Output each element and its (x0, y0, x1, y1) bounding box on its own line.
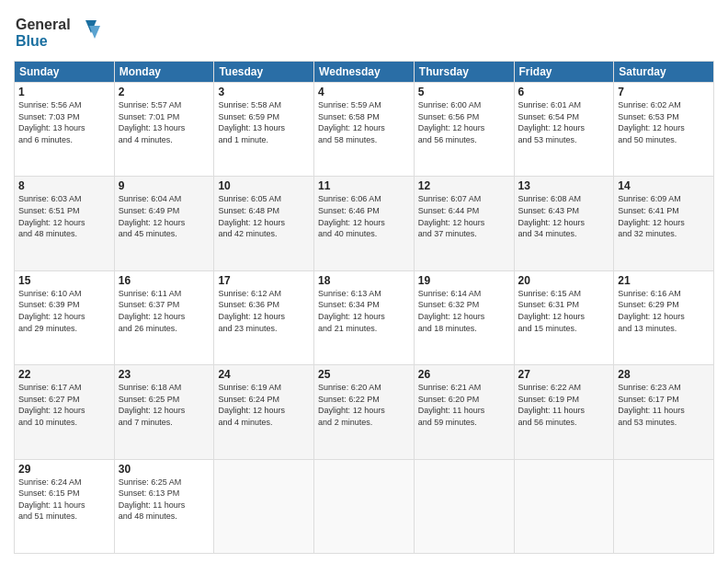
calendar-cell: 14Sunrise: 6:09 AM Sunset: 6:41 PM Dayli… (614, 177, 714, 270)
calendar-cell (414, 459, 514, 553)
day-info: Sunrise: 6:15 AM Sunset: 6:31 PM Dayligh… (518, 288, 610, 334)
day-info: Sunrise: 6:06 AM Sunset: 6:46 PM Dayligh… (318, 193, 410, 239)
day-number: 25 (318, 368, 410, 381)
day-number: 6 (518, 86, 610, 98)
day-info: Sunrise: 6:13 AM Sunset: 6:34 PM Dayligh… (318, 288, 410, 334)
day-number: 27 (518, 368, 610, 381)
header-row: Sunday Monday Tuesday Wednesday Thursday… (15, 62, 714, 83)
day-number: 13 (518, 179, 610, 192)
week-row-1: 1Sunrise: 5:56 AM Sunset: 7:03 PM Daylig… (15, 83, 714, 177)
calendar-cell (214, 459, 314, 553)
calendar-cell: 23Sunrise: 6:18 AM Sunset: 6:25 PM Dayli… (114, 365, 214, 459)
calendar-cell: 25Sunrise: 6:20 AM Sunset: 6:22 PM Dayli… (314, 365, 415, 459)
calendar-cell: 11Sunrise: 6:06 AM Sunset: 6:46 PM Dayli… (314, 177, 415, 270)
day-info: Sunrise: 6:04 AM Sunset: 6:49 PM Dayligh… (119, 193, 210, 239)
calendar-cell (614, 459, 714, 553)
day-number: 3 (218, 86, 310, 98)
week-row-4: 22Sunrise: 6:17 AM Sunset: 6:27 PM Dayli… (15, 365, 714, 459)
day-info: Sunrise: 6:07 AM Sunset: 6:44 PM Dayligh… (418, 193, 510, 239)
day-number: 8 (18, 179, 110, 192)
calendar-cell: 13Sunrise: 6:08 AM Sunset: 6:43 PM Dayli… (514, 177, 614, 270)
day-number: 28 (618, 368, 710, 381)
calendar-cell: 21Sunrise: 6:16 AM Sunset: 6:29 PM Dayli… (614, 270, 714, 364)
calendar-cell: 26Sunrise: 6:21 AM Sunset: 6:20 PM Dayli… (414, 365, 514, 459)
day-number: 20 (518, 274, 610, 287)
header: General Blue (14, 9, 714, 55)
day-info: Sunrise: 6:23 AM Sunset: 6:17 PM Dayligh… (618, 382, 710, 428)
week-row-3: 15Sunrise: 6:10 AM Sunset: 6:39 PM Dayli… (15, 270, 714, 364)
day-number: 29 (18, 463, 110, 476)
day-info: Sunrise: 6:03 AM Sunset: 6:51 PM Dayligh… (18, 193, 110, 239)
calendar-cell (514, 459, 614, 553)
day-number: 10 (218, 179, 310, 192)
col-saturday: Saturday (614, 62, 714, 83)
calendar-cell: 29Sunrise: 6:24 AM Sunset: 6:15 PM Dayli… (15, 459, 115, 553)
day-number: 30 (119, 463, 210, 476)
day-info: Sunrise: 6:19 AM Sunset: 6:24 PM Dayligh… (218, 382, 310, 428)
calendar-cell: 22Sunrise: 6:17 AM Sunset: 6:27 PM Dayli… (15, 365, 115, 459)
day-number: 9 (119, 179, 210, 192)
calendar-cell: 9Sunrise: 6:04 AM Sunset: 6:49 PM Daylig… (114, 177, 214, 270)
day-number: 24 (218, 368, 310, 381)
day-number: 22 (18, 368, 110, 381)
calendar-cell: 10Sunrise: 6:05 AM Sunset: 6:48 PM Dayli… (214, 177, 314, 270)
calendar-cell: 7Sunrise: 6:02 AM Sunset: 6:53 PM Daylig… (614, 83, 714, 177)
day-info: Sunrise: 6:20 AM Sunset: 6:22 PM Dayligh… (318, 382, 410, 428)
day-number: 12 (418, 179, 510, 192)
day-info: Sunrise: 6:22 AM Sunset: 6:19 PM Dayligh… (518, 382, 610, 428)
col-wednesday: Wednesday (314, 62, 415, 83)
svg-text:General: General (16, 17, 71, 32)
calendar-cell: 6Sunrise: 6:01 AM Sunset: 6:54 PM Daylig… (514, 83, 614, 177)
calendar-cell: 17Sunrise: 6:12 AM Sunset: 6:36 PM Dayli… (214, 270, 314, 364)
day-info: Sunrise: 6:08 AM Sunset: 6:43 PM Dayligh… (518, 193, 610, 239)
day-number: 11 (318, 179, 410, 192)
day-info: Sunrise: 6:21 AM Sunset: 6:20 PM Dayligh… (418, 382, 510, 428)
calendar-cell: 19Sunrise: 6:14 AM Sunset: 6:32 PM Dayli… (414, 270, 514, 364)
col-tuesday: Tuesday (214, 62, 314, 83)
day-info: Sunrise: 5:58 AM Sunset: 6:59 PM Dayligh… (218, 99, 310, 145)
day-info: Sunrise: 6:11 AM Sunset: 6:37 PM Dayligh… (119, 288, 210, 334)
day-info: Sunrise: 6:05 AM Sunset: 6:48 PM Dayligh… (218, 193, 310, 239)
day-number: 5 (418, 86, 510, 98)
day-number: 2 (119, 86, 210, 98)
day-info: Sunrise: 6:09 AM Sunset: 6:41 PM Dayligh… (618, 193, 710, 239)
day-number: 17 (218, 274, 310, 287)
day-info: Sunrise: 6:00 AM Sunset: 6:56 PM Dayligh… (418, 99, 510, 145)
day-info: Sunrise: 6:16 AM Sunset: 6:29 PM Dayligh… (618, 288, 710, 334)
col-thursday: Thursday (414, 62, 514, 83)
day-info: Sunrise: 6:24 AM Sunset: 6:15 PM Dayligh… (18, 477, 110, 523)
calendar-cell (314, 459, 415, 553)
day-info: Sunrise: 5:56 AM Sunset: 7:03 PM Dayligh… (18, 99, 110, 145)
calendar-page: General Blue Sunday Monday Tuesday Wedne… (0, 0, 728, 563)
day-number: 18 (318, 274, 410, 287)
calendar-cell: 12Sunrise: 6:07 AM Sunset: 6:44 PM Dayli… (414, 177, 514, 270)
day-info: Sunrise: 6:25 AM Sunset: 6:13 PM Dayligh… (119, 477, 210, 523)
calendar-cell: 24Sunrise: 6:19 AM Sunset: 6:24 PM Dayli… (214, 365, 314, 459)
day-info: Sunrise: 5:59 AM Sunset: 6:58 PM Dayligh… (318, 99, 410, 145)
day-number: 1 (18, 86, 110, 98)
calendar-cell: 20Sunrise: 6:15 AM Sunset: 6:31 PM Dayli… (514, 270, 614, 364)
day-info: Sunrise: 6:12 AM Sunset: 6:36 PM Dayligh… (218, 288, 310, 334)
col-monday: Monday (114, 62, 214, 83)
calendar-cell: 8Sunrise: 6:03 AM Sunset: 6:51 PM Daylig… (15, 177, 115, 270)
day-number: 26 (418, 368, 510, 381)
calendar-cell: 16Sunrise: 6:11 AM Sunset: 6:37 PM Dayli… (114, 270, 214, 364)
calendar-cell: 2Sunrise: 5:57 AM Sunset: 7:01 PM Daylig… (114, 83, 214, 177)
day-number: 7 (618, 86, 710, 98)
day-info: Sunrise: 6:17 AM Sunset: 6:27 PM Dayligh… (18, 382, 110, 428)
week-row-2: 8Sunrise: 6:03 AM Sunset: 6:51 PM Daylig… (15, 177, 714, 270)
calendar-cell: 28Sunrise: 6:23 AM Sunset: 6:17 PM Dayli… (614, 365, 714, 459)
calendar-cell: 5Sunrise: 6:00 AM Sunset: 6:56 PM Daylig… (414, 83, 514, 177)
calendar-cell: 18Sunrise: 6:13 AM Sunset: 6:34 PM Dayli… (314, 270, 415, 364)
calendar-cell: 1Sunrise: 5:56 AM Sunset: 7:03 PM Daylig… (15, 83, 115, 177)
day-number: 14 (618, 179, 710, 192)
col-sunday: Sunday (15, 62, 115, 83)
calendar-cell: 27Sunrise: 6:22 AM Sunset: 6:19 PM Dayli… (514, 365, 614, 459)
day-number: 19 (418, 274, 510, 287)
calendar-cell: 30Sunrise: 6:25 AM Sunset: 6:13 PM Dayli… (114, 459, 214, 553)
week-row-5: 29Sunrise: 6:24 AM Sunset: 6:15 PM Dayli… (15, 459, 714, 553)
col-friday: Friday (514, 62, 614, 83)
day-info: Sunrise: 6:18 AM Sunset: 6:25 PM Dayligh… (119, 382, 210, 428)
calendar-cell: 4Sunrise: 5:59 AM Sunset: 6:58 PM Daylig… (314, 83, 415, 177)
calendar-table: Sunday Monday Tuesday Wednesday Thursday… (14, 61, 714, 554)
